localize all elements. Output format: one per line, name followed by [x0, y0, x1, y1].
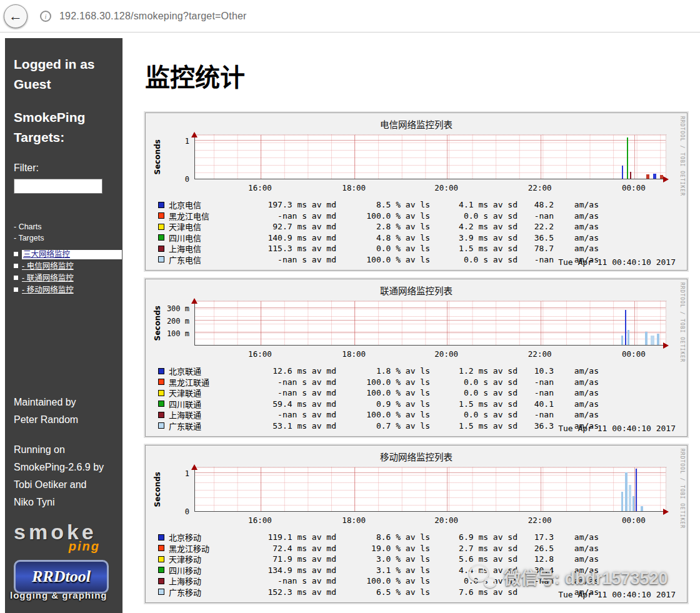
- chart-legend: 北京联通12.6 ms av md1.8 % av ls1.2 ms av sd…: [158, 366, 687, 431]
- major-grid-line: [195, 140, 666, 141]
- major-grid-line: [354, 467, 355, 511]
- data-spike: [625, 310, 626, 345]
- data-spike: [622, 166, 623, 179]
- major-grid-line: [195, 320, 666, 321]
- legend-color-swatch: [158, 412, 164, 418]
- x-axis-arrow-icon: [663, 342, 672, 349]
- legend-label: 天津移动: [169, 553, 231, 565]
- chart-timestamp: Tue Apr 11 00:40:10 2017: [558, 424, 676, 433]
- data-spike: [651, 336, 654, 345]
- data-spike: [646, 174, 649, 179]
- median-value: -nan s av md: [231, 576, 336, 586]
- median-value: 92.7 ms av md: [231, 222, 336, 231]
- major-grid-line: [195, 472, 666, 473]
- median-value: 59.4 ms av md: [231, 399, 336, 409]
- legend-color-swatch: [158, 224, 164, 230]
- y-tick-label: 1: [146, 469, 189, 478]
- chart-plot-area: Seconds300 m200 m100 m16:0018:0020:0022:…: [146, 301, 687, 361]
- amas-value: 36.3: [518, 421, 554, 431]
- legend-color-swatch: [158, 390, 164, 396]
- median-value: 119.1 ms av md: [231, 532, 336, 542]
- chart-title: 移动网络监控列表: [146, 450, 687, 463]
- wechat-watermark-text: 微信号: dbdr1573520: [504, 565, 668, 589]
- x-tick-label: 22:00: [521, 349, 559, 359]
- legend-color-swatch: [158, 202, 164, 208]
- legend-row: 黑龙江电信-nan s av md100.0 % av ls0.0 s av s…: [158, 211, 687, 222]
- legend-color-swatch: [158, 368, 164, 374]
- sd-value: 5.6 ms av sd: [430, 554, 518, 564]
- address-bar-url[interactable]: 192.168.30.128/smokeping?target=Other: [59, 11, 247, 22]
- median-value: 53.1 ms av md: [231, 421, 336, 431]
- amas-unit: am/as: [554, 532, 599, 542]
- legend-row: 北京移动119.1 ms av md8.6 % av ls6.9 ms av s…: [158, 532, 687, 543]
- sd-value: 4.2 ms av sd: [430, 222, 518, 231]
- x-tick-label: 00:00: [615, 183, 652, 192]
- filter-input[interactable]: [14, 179, 102, 194]
- x-tick-label: 16:00: [241, 183, 279, 192]
- sidebar: Logged in as Guest SmokePing Targets: Fi…: [5, 38, 122, 613]
- major-grid-line: [195, 307, 666, 308]
- amas-unit: am/as: [554, 554, 599, 564]
- data-spike: [630, 172, 631, 179]
- tree-item-root-label[interactable]: 三大网络监控: [22, 250, 122, 259]
- y-tick-label: 0: [146, 507, 189, 516]
- legend-label: 北京联通: [169, 365, 231, 377]
- loss-value: 100.0 % av ls: [336, 211, 430, 221]
- major-grid-line: [261, 301, 261, 345]
- targets-heading: SmokePing Targets:: [14, 107, 114, 147]
- major-grid-line: [195, 332, 666, 333]
- loss-value: 100.0 % av ls: [336, 576, 430, 586]
- rrdtool-logo[interactable]: RRDtool: [14, 560, 109, 594]
- x-axis-arrow-icon: [663, 176, 672, 182]
- data-spike: [645, 332, 648, 345]
- chart-timestamp: Tue Apr 11 00:40:10 2017: [558, 590, 676, 599]
- sd-value: 0.0 s av sd: [430, 410, 518, 419]
- median-value: -nan s av md: [231, 255, 336, 264]
- sd-value: 4.1 ms av sd: [430, 200, 518, 209]
- page-info-icon[interactable]: i: [40, 11, 51, 22]
- running-on-text: Running on SmokePing-2.6.9 by Tobi Oetik…: [14, 441, 114, 511]
- legend-row: 北京联通12.6 ms av md1.8 % av ls1.2 ms av sd…: [158, 366, 687, 377]
- legend-label: 黑龙江联通: [169, 376, 231, 388]
- back-arrow-icon: ←: [9, 8, 22, 24]
- major-grid-line: [541, 135, 541, 179]
- amas-value: -nan: [518, 410, 554, 419]
- tree-item-1[interactable]: - 电信网络监控: [14, 262, 114, 271]
- tree-item-label[interactable]: - 联通网络监控: [22, 274, 74, 282]
- tree-item-root[interactable]: 三大网络监控: [14, 250, 114, 259]
- loss-value: 19.0 % av ls: [336, 544, 430, 553]
- sidebar-nav-link-charts[interactable]: - Charts: [14, 221, 114, 232]
- median-value: 134.9 ms av md: [231, 566, 336, 575]
- rrdtool-logo-text: RRDtool: [32, 567, 91, 586]
- y-tick-label: 0: [146, 175, 189, 184]
- back-button[interactable]: ←: [4, 4, 28, 28]
- tree-item-2[interactable]: - 联通网络监控: [14, 274, 114, 283]
- loss-value: 0.9 % av ls: [336, 399, 430, 409]
- maintained-by-text: Maintained by Peter Random: [14, 394, 114, 429]
- legend-color-swatch: [158, 246, 164, 252]
- sd-value: 0.0 s av sd: [430, 211, 518, 221]
- loss-value: 2.8 % av ls: [336, 222, 430, 231]
- tree-item-label[interactable]: - 电信网络监控: [22, 262, 74, 271]
- legend-label: 天津电信: [169, 221, 231, 232]
- smokeping-logo: smoke ping: [14, 520, 114, 552]
- chart-timestamp: Tue Apr 11 00:40:10 2017: [558, 257, 676, 267]
- tree-item-3[interactable]: - 移动网络监控: [14, 286, 114, 295]
- wechat-icon: [469, 564, 498, 589]
- x-tick-label: 18:00: [335, 516, 372, 525]
- amas-unit: am/as: [554, 233, 599, 242]
- legend-color-swatch: [158, 422, 164, 429]
- chart-title: 电信网络监控列表: [146, 117, 687, 131]
- sd-value: 2.7 ms av sd: [430, 544, 518, 553]
- sidebar-nav-link-targets[interactable]: - Targets: [14, 232, 114, 244]
- chart-panel-1: 电信网络监控列表Seconds1016:0018:0020:0022:0000:…: [145, 112, 688, 271]
- legend-row: 上海联通-nan s av md100.0 % av ls0.0 s av sd…: [158, 409, 687, 421]
- chart-title: 联通网络监控列表: [146, 284, 687, 297]
- y-axis-arrow-icon: [191, 461, 198, 470]
- sd-value: 0.0 s av sd: [430, 255, 518, 264]
- sd-value: 1.5 ms av sd: [430, 421, 518, 431]
- loss-value: 8.6 % av ls: [336, 532, 430, 542]
- tree-item-label[interactable]: - 移动网络监控: [22, 286, 74, 294]
- amas-value: -nan: [518, 388, 554, 397]
- amas-unit: am/as: [554, 399, 599, 409]
